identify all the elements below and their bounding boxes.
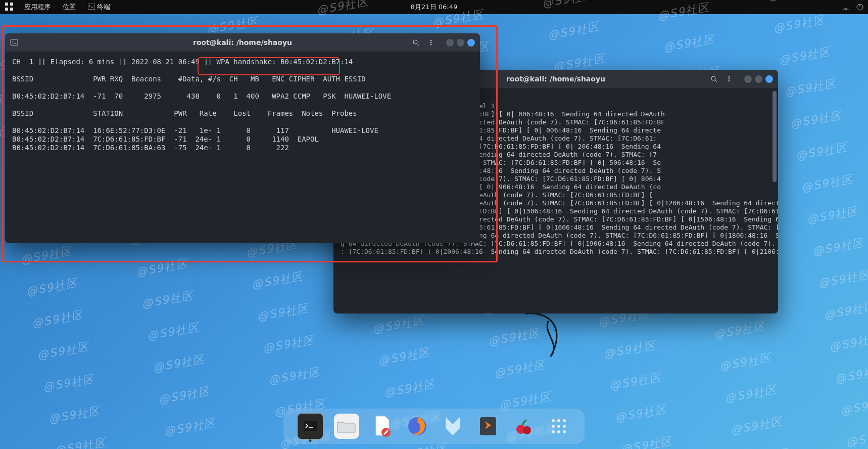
dock-app-firefox[interactable] — [405, 414, 430, 439]
menu-applications[interactable]: 应用程序 — [24, 3, 51, 12]
search-icon[interactable] — [409, 36, 423, 49]
top-panel: 应用程序 位置 终端 8月21日 06:49 — [0, 0, 868, 14]
svg-rect-0 — [88, 4, 95, 10]
svg-point-29 — [563, 430, 566, 433]
svg-point-25 — [557, 425, 560, 428]
maximize-button[interactable] — [457, 39, 464, 47]
svg-point-28 — [557, 430, 560, 433]
svg-rect-9 — [11, 39, 18, 46]
activities-icon[interactable] — [4, 2, 15, 13]
dock — [283, 409, 585, 444]
menu-icon[interactable] — [722, 73, 736, 85]
svg-point-13 — [430, 41, 431, 43]
svg-point-23 — [563, 419, 566, 422]
minimize-button[interactable] — [446, 39, 454, 47]
dock-app-text-editor[interactable] — [369, 414, 395, 439]
kali-dragon-wallpaper-icon — [520, 308, 581, 369]
svg-point-4 — [711, 76, 715, 80]
svg-point-6 — [728, 76, 730, 77]
minimize-button[interactable] — [744, 75, 752, 83]
menu-terminal[interactable]: 终端 — [88, 3, 110, 12]
svg-point-10 — [413, 40, 417, 44]
power-icon[interactable] — [856, 3, 864, 11]
search-icon[interactable] — [707, 73, 721, 85]
titlebar[interactable]: root@kali: /home/shaoyu — [5, 33, 480, 52]
svg-line-5 — [715, 80, 717, 82]
svg-point-21 — [552, 419, 555, 422]
dock-app-terminal[interactable] — [297, 413, 324, 440]
menu-terminal-label: 终端 — [97, 3, 110, 11]
network-icon[interactable] — [842, 3, 850, 11]
svg-point-7 — [728, 78, 730, 79]
menu-icon[interactable] — [424, 36, 438, 49]
menu-places[interactable]: 位置 — [63, 3, 76, 12]
svg-point-14 — [430, 43, 431, 45]
panel-clock[interactable]: 8月21日 06:49 — [411, 3, 457, 12]
svg-point-8 — [728, 80, 730, 81]
dock-app-burpsuite[interactable] — [475, 414, 501, 439]
prompt-icon — [10, 38, 18, 47]
window-title: root@kali: /home/shaoyu — [506, 75, 605, 83]
svg-rect-15 — [304, 421, 317, 431]
svg-point-20 — [523, 426, 531, 434]
svg-point-22 — [557, 419, 560, 422]
svg-point-12 — [430, 39, 431, 41]
dock-app-cherrytree[interactable] — [511, 414, 536, 439]
dock-app-show-applications[interactable] — [546, 414, 571, 439]
close-button[interactable] — [467, 39, 475, 47]
terminal-output[interactable]: CH 1 ][ Elapsed: 6 mins ][ 2022-08-21 06… — [5, 52, 480, 158]
dock-app-files[interactable] — [334, 414, 359, 439]
svg-point-26 — [563, 425, 566, 428]
close-button[interactable] — [765, 75, 773, 83]
terminal-window-airodump[interactable]: root@kali: /home/shaoyu CH 1 ][ Elapsed:… — [5, 33, 480, 243]
svg-line-11 — [417, 43, 419, 46]
system-tray[interactable] — [836, 3, 864, 11]
scrollbar[interactable] — [773, 91, 777, 182]
dock-app-metasploit[interactable] — [440, 414, 465, 439]
window-title: root@kali: /home/shaoyu — [193, 38, 292, 47]
svg-point-27 — [552, 430, 555, 433]
maximize-button[interactable] — [755, 75, 762, 83]
svg-point-24 — [552, 425, 555, 428]
